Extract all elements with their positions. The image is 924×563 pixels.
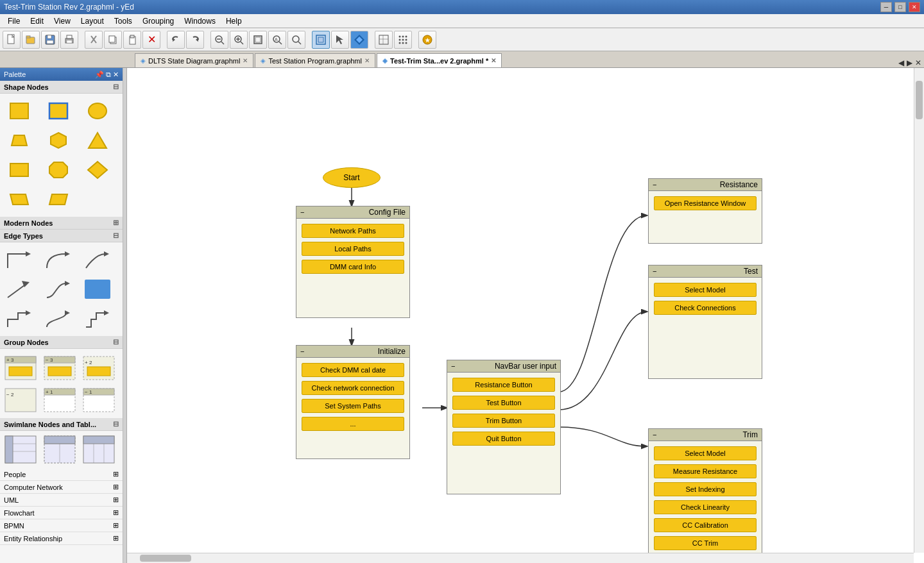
new-button[interactable] — [3, 31, 21, 49]
canvas[interactable]: Start − Config File Network Paths Local … — [127, 68, 924, 563]
cc-trim-button[interactable]: CC Trim — [654, 536, 757, 550]
ellipsis-button[interactable]: ... — [302, 417, 404, 431]
group-node-2[interactable]: − 3 — [43, 353, 76, 382]
start-node[interactable]: Start — [323, 167, 381, 188]
section-computer-network-toggle[interactable]: ⊞ — [113, 483, 119, 491]
set-system-paths-button[interactable]: Set System Paths — [302, 399, 404, 413]
menu-tools[interactable]: Tools — [109, 15, 137, 27]
tab-prev-button[interactable]: ◀ — [898, 58, 904, 67]
group-node-5[interactable]: + 1 — [43, 385, 76, 414]
copy-button[interactable] — [104, 31, 122, 49]
horizontal-scroll-thumb[interactable] — [140, 555, 191, 562]
zoom-fit-button[interactable]: A — [268, 31, 286, 49]
initialize-node[interactable]: − Initialize Check DMM cal date Check ne… — [296, 345, 410, 459]
shape-square-selected[interactable] — [43, 97, 74, 124]
measure-resistance-button[interactable]: Measure Resistance — [654, 464, 757, 478]
section-flowchart[interactable]: Flowchart ⊞ — [0, 507, 123, 519]
section-people-toggle[interactable]: ⊞ — [113, 470, 119, 478]
config-file-node[interactable]: − Config File Network Paths Local Paths … — [296, 206, 410, 318]
section-group-nodes-toggle[interactable]: ⊟ — [113, 338, 119, 346]
edge-right-angle[interactable] — [4, 246, 35, 273]
paste-button[interactable] — [123, 31, 141, 49]
export-button[interactable]: ★ — [418, 31, 436, 49]
zoom-reset-button[interactable] — [249, 31, 267, 49]
tab-next-button[interactable]: ▶ — [907, 58, 912, 67]
shape-hexagon[interactable] — [43, 127, 74, 154]
trim-button[interactable]: Trim Button — [452, 414, 555, 428]
menu-file[interactable]: File — [3, 15, 25, 27]
section-entity-relationship[interactable]: Entity Relationship ⊞ — [0, 532, 123, 545]
section-modern-nodes-toggle[interactable]: ⊞ — [113, 219, 119, 227]
tab-menu-button[interactable]: ✕ — [915, 58, 921, 67]
tab-trim-close[interactable]: ✕ — [491, 57, 496, 64]
edge-arrow[interactable] — [4, 276, 35, 303]
tab-dlts-close[interactable]: ✕ — [243, 57, 248, 64]
set-indexing-button[interactable]: Set Indexing — [654, 482, 757, 496]
select-model-trim-button[interactable]: Select Model — [654, 446, 757, 460]
local-paths-button[interactable]: Local Paths — [302, 242, 404, 256]
edge-s-curve[interactable] — [43, 305, 74, 332]
close-button[interactable]: ✕ — [909, 2, 920, 12]
tab-test-close[interactable]: ✕ — [364, 57, 370, 64]
check-network-button[interactable]: Check network connection — [302, 381, 404, 395]
shape-circle[interactable] — [82, 97, 113, 124]
quit-button[interactable]: Quit Button — [452, 432, 555, 446]
edge-step[interactable] — [4, 305, 35, 332]
section-shape-nodes[interactable]: Shape Nodes ⊟ — [0, 81, 123, 94]
select-model-test-button[interactable]: Select Model — [654, 283, 757, 297]
group-node-4[interactable]: − 2 — [4, 385, 37, 414]
swimlane-3[interactable] — [82, 435, 116, 464]
open-resistance-window-button[interactable]: Open Resistance Window — [654, 196, 757, 210]
maximize-button[interactable]: □ — [894, 2, 906, 12]
section-edge-types[interactable]: Edge Types ⊟ — [0, 230, 123, 242]
vertical-scrollbar[interactable] — [914, 68, 924, 553]
section-entity-relationship-toggle[interactable]: ⊞ — [113, 534, 119, 542]
edge-step2[interactable] — [82, 305, 113, 332]
network-paths-button[interactable]: Network Paths — [302, 224, 404, 238]
print-button[interactable] — [60, 31, 78, 49]
check-dmm-cal-button[interactable]: Check DMM cal date — [302, 363, 404, 377]
cc-calibration-button[interactable]: CC Calibration — [654, 518, 757, 532]
test-node[interactable]: − Test Select Model Check Connections — [648, 265, 762, 379]
section-people[interactable]: People ⊞ — [0, 468, 123, 481]
section-swimlane-nodes-toggle[interactable]: ⊟ — [113, 420, 119, 428]
group-node-3[interactable]: + 2 — [82, 353, 116, 382]
group-node-1[interactable]: + 3 — [4, 353, 37, 382]
trim-node[interactable]: − Trim Select Model Measure Resistance S… — [648, 428, 762, 563]
test-collapse-icon[interactable]: − — [653, 267, 656, 275]
navigate-button[interactable] — [350, 31, 368, 49]
menu-windows[interactable]: Windows — [179, 15, 221, 27]
shape-square[interactable] — [4, 97, 35, 124]
tab-dlts[interactable]: ◈ DLTS State Diagram.graphml ✕ — [135, 53, 253, 67]
palette-close-icon[interactable]: ✕ — [113, 71, 119, 79]
palette-pin-icon[interactable]: 📌 — [95, 71, 104, 79]
swimlane-1[interactable] — [4, 435, 37, 464]
trim-collapse-icon[interactable]: − — [653, 431, 656, 439]
horizontal-scrollbar[interactable] — [127, 553, 914, 563]
vertical-scroll-thumb[interactable] — [916, 81, 923, 119]
swimlane-2[interactable] — [43, 435, 76, 464]
shape-small-square[interactable] — [4, 156, 35, 183]
snap-button[interactable] — [394, 31, 412, 49]
section-shape-nodes-toggle[interactable]: ⊟ — [113, 83, 119, 91]
menu-help[interactable]: Help — [221, 15, 247, 27]
menu-layout[interactable]: Layout — [76, 15, 109, 27]
dmm-card-info-button[interactable]: DMM card Info — [302, 260, 404, 274]
fit-button[interactable] — [312, 31, 330, 49]
section-group-nodes[interactable]: Group Nodes ⊟ — [0, 336, 123, 349]
initialize-collapse-icon[interactable]: − — [300, 348, 304, 355]
shape-diamond[interactable] — [82, 156, 113, 183]
shape-parallelogram-right[interactable] — [43, 186, 74, 213]
edge-curved2[interactable] — [43, 276, 74, 303]
shape-triangle[interactable] — [82, 127, 113, 154]
section-swimlane-nodes[interactable]: Swimlane Nodes and Tabl... ⊟ — [0, 418, 123, 431]
shape-parallelogram-left[interactable] — [4, 186, 35, 213]
resistance-button[interactable]: Resistance Button — [452, 378, 555, 392]
navbar-collapse-icon[interactable]: − — [451, 362, 455, 370]
check-connections-button[interactable]: Check Connections — [654, 301, 757, 315]
tab-trim[interactable]: ◈ Test-Trim Sta...ev 2.graphml * ✕ — [377, 53, 502, 67]
grid-button[interactable] — [375, 31, 393, 49]
open-button[interactable] — [22, 31, 40, 49]
menu-grouping[interactable]: Grouping — [137, 15, 179, 27]
save-button[interactable] — [41, 31, 59, 49]
